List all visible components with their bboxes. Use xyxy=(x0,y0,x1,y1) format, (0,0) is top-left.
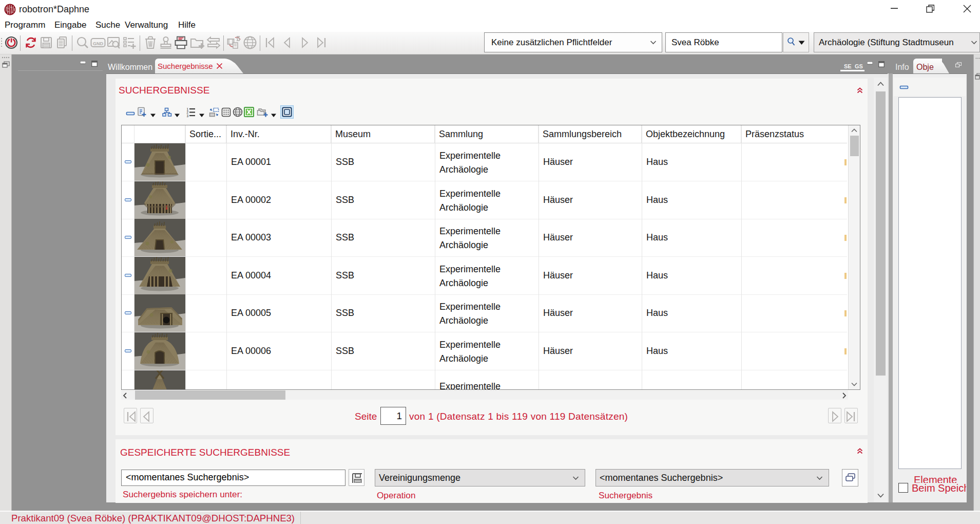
svg-text:3: 3 xyxy=(187,114,189,118)
svg-text:GND: GND xyxy=(93,41,104,46)
